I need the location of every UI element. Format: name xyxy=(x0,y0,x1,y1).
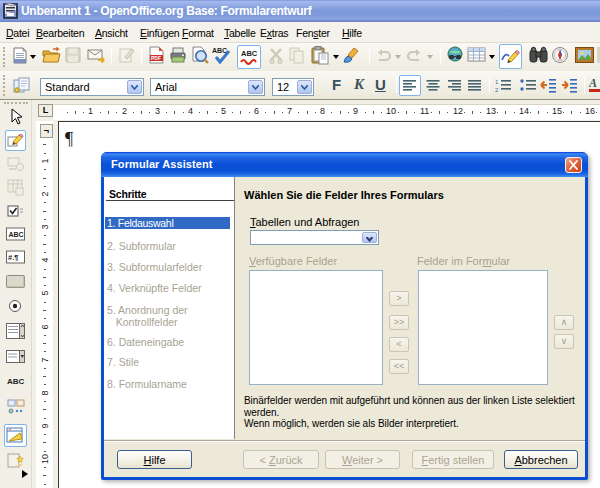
svg-text:1: 1 xyxy=(495,79,499,85)
svg-text:ABC: ABC xyxy=(212,47,227,54)
svg-text:#.¶: #.¶ xyxy=(8,253,18,262)
svg-text:2: 2 xyxy=(495,87,499,93)
svg-text:A: A xyxy=(589,76,597,90)
svg-text:PDF: PDF xyxy=(151,55,161,61)
svg-text:ABC: ABC xyxy=(241,49,258,58)
svg-text:ABC: ABC xyxy=(9,231,24,238)
